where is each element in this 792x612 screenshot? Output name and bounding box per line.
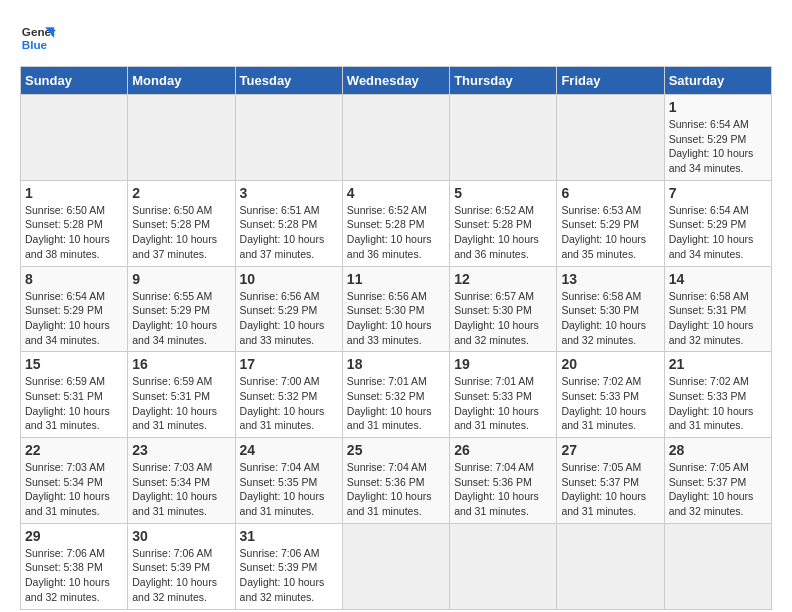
day-number: 2	[132, 185, 230, 201]
day-info: Sunrise: 7:06 AM Sunset: 5:39 PM Dayligh…	[132, 546, 230, 605]
logo-icon: General Blue	[20, 20, 56, 56]
day-cell: 2Sunrise: 6:50 AM Sunset: 5:28 PM Daylig…	[128, 180, 235, 266]
day-cell: 28Sunrise: 7:05 AM Sunset: 5:37 PM Dayli…	[664, 438, 771, 524]
day-number: 16	[132, 356, 230, 372]
day-info: Sunrise: 6:58 AM Sunset: 5:31 PM Dayligh…	[669, 289, 767, 348]
day-cell: 25Sunrise: 7:04 AM Sunset: 5:36 PM Dayli…	[342, 438, 449, 524]
day-cell: 6Sunrise: 6:53 AM Sunset: 5:29 PM Daylig…	[557, 180, 664, 266]
day-info: Sunrise: 6:56 AM Sunset: 5:29 PM Dayligh…	[240, 289, 338, 348]
day-cell: 15Sunrise: 6:59 AM Sunset: 5:31 PM Dayli…	[21, 352, 128, 438]
day-cell	[557, 95, 664, 181]
day-number: 24	[240, 442, 338, 458]
day-number: 11	[347, 271, 445, 287]
day-number: 29	[25, 528, 123, 544]
day-number: 19	[454, 356, 552, 372]
day-info: Sunrise: 6:52 AM Sunset: 5:28 PM Dayligh…	[454, 203, 552, 262]
day-number: 20	[561, 356, 659, 372]
day-cell: 19Sunrise: 7:01 AM Sunset: 5:33 PM Dayli…	[450, 352, 557, 438]
day-cell	[450, 95, 557, 181]
day-cell: 9Sunrise: 6:55 AM Sunset: 5:29 PM Daylig…	[128, 266, 235, 352]
day-number: 10	[240, 271, 338, 287]
day-cell: 29Sunrise: 7:06 AM Sunset: 5:38 PM Dayli…	[21, 523, 128, 609]
day-info: Sunrise: 6:54 AM Sunset: 5:29 PM Dayligh…	[669, 117, 767, 176]
day-number: 22	[25, 442, 123, 458]
day-cell: 20Sunrise: 7:02 AM Sunset: 5:33 PM Dayli…	[557, 352, 664, 438]
col-header-saturday: Saturday	[664, 67, 771, 95]
day-cell: 22Sunrise: 7:03 AM Sunset: 5:34 PM Dayli…	[21, 438, 128, 524]
logo: General Blue	[20, 20, 56, 56]
day-info: Sunrise: 6:50 AM Sunset: 5:28 PM Dayligh…	[25, 203, 123, 262]
day-info: Sunrise: 7:02 AM Sunset: 5:33 PM Dayligh…	[669, 374, 767, 433]
day-number: 17	[240, 356, 338, 372]
day-number: 28	[669, 442, 767, 458]
day-cell: 12Sunrise: 6:57 AM Sunset: 5:30 PM Dayli…	[450, 266, 557, 352]
day-cell: 10Sunrise: 6:56 AM Sunset: 5:29 PM Dayli…	[235, 266, 342, 352]
week-row-2: 1Sunrise: 6:50 AM Sunset: 5:28 PM Daylig…	[21, 180, 772, 266]
day-info: Sunrise: 7:01 AM Sunset: 5:32 PM Dayligh…	[347, 374, 445, 433]
day-info: Sunrise: 7:01 AM Sunset: 5:33 PM Dayligh…	[454, 374, 552, 433]
day-info: Sunrise: 7:05 AM Sunset: 5:37 PM Dayligh…	[669, 460, 767, 519]
day-cell	[21, 95, 128, 181]
day-number: 6	[561, 185, 659, 201]
day-cell	[664, 523, 771, 609]
day-cell: 27Sunrise: 7:05 AM Sunset: 5:37 PM Dayli…	[557, 438, 664, 524]
day-cell: 14Sunrise: 6:58 AM Sunset: 5:31 PM Dayli…	[664, 266, 771, 352]
col-header-wednesday: Wednesday	[342, 67, 449, 95]
day-number: 1	[25, 185, 123, 201]
day-info: Sunrise: 7:04 AM Sunset: 5:35 PM Dayligh…	[240, 460, 338, 519]
day-number: 12	[454, 271, 552, 287]
day-cell: 11Sunrise: 6:56 AM Sunset: 5:30 PM Dayli…	[342, 266, 449, 352]
day-cell: 23Sunrise: 7:03 AM Sunset: 5:34 PM Dayli…	[128, 438, 235, 524]
day-info: Sunrise: 7:02 AM Sunset: 5:33 PM Dayligh…	[561, 374, 659, 433]
day-info: Sunrise: 6:55 AM Sunset: 5:29 PM Dayligh…	[132, 289, 230, 348]
day-number: 13	[561, 271, 659, 287]
day-cell: 1Sunrise: 6:50 AM Sunset: 5:28 PM Daylig…	[21, 180, 128, 266]
day-number: 30	[132, 528, 230, 544]
day-number: 3	[240, 185, 338, 201]
day-number: 9	[132, 271, 230, 287]
week-row-6: 29Sunrise: 7:06 AM Sunset: 5:38 PM Dayli…	[21, 523, 772, 609]
day-number: 1	[669, 99, 767, 115]
col-header-tuesday: Tuesday	[235, 67, 342, 95]
day-info: Sunrise: 6:54 AM Sunset: 5:29 PM Dayligh…	[669, 203, 767, 262]
day-cell	[128, 95, 235, 181]
day-info: Sunrise: 6:57 AM Sunset: 5:30 PM Dayligh…	[454, 289, 552, 348]
day-number: 25	[347, 442, 445, 458]
calendar-table: SundayMondayTuesdayWednesdayThursdayFrid…	[20, 66, 772, 610]
day-info: Sunrise: 7:03 AM Sunset: 5:34 PM Dayligh…	[25, 460, 123, 519]
day-cell	[450, 523, 557, 609]
day-number: 18	[347, 356, 445, 372]
day-number: 21	[669, 356, 767, 372]
day-cell: 8Sunrise: 6:54 AM Sunset: 5:29 PM Daylig…	[21, 266, 128, 352]
day-cell: 1Sunrise: 6:54 AM Sunset: 5:29 PM Daylig…	[664, 95, 771, 181]
week-row-3: 8Sunrise: 6:54 AM Sunset: 5:29 PM Daylig…	[21, 266, 772, 352]
day-cell: 24Sunrise: 7:04 AM Sunset: 5:35 PM Dayli…	[235, 438, 342, 524]
col-header-friday: Friday	[557, 67, 664, 95]
day-number: 7	[669, 185, 767, 201]
day-cell: 31Sunrise: 7:06 AM Sunset: 5:39 PM Dayli…	[235, 523, 342, 609]
day-info: Sunrise: 7:04 AM Sunset: 5:36 PM Dayligh…	[454, 460, 552, 519]
col-header-sunday: Sunday	[21, 67, 128, 95]
week-row-4: 15Sunrise: 6:59 AM Sunset: 5:31 PM Dayli…	[21, 352, 772, 438]
day-info: Sunrise: 7:03 AM Sunset: 5:34 PM Dayligh…	[132, 460, 230, 519]
day-info: Sunrise: 7:05 AM Sunset: 5:37 PM Dayligh…	[561, 460, 659, 519]
day-number: 14	[669, 271, 767, 287]
day-cell: 30Sunrise: 7:06 AM Sunset: 5:39 PM Dayli…	[128, 523, 235, 609]
svg-text:Blue: Blue	[22, 38, 48, 51]
day-info: Sunrise: 6:50 AM Sunset: 5:28 PM Dayligh…	[132, 203, 230, 262]
day-number: 27	[561, 442, 659, 458]
day-number: 15	[25, 356, 123, 372]
day-cell: 13Sunrise: 6:58 AM Sunset: 5:30 PM Dayli…	[557, 266, 664, 352]
day-cell: 4Sunrise: 6:52 AM Sunset: 5:28 PM Daylig…	[342, 180, 449, 266]
day-info: Sunrise: 6:51 AM Sunset: 5:28 PM Dayligh…	[240, 203, 338, 262]
day-info: Sunrise: 6:58 AM Sunset: 5:30 PM Dayligh…	[561, 289, 659, 348]
week-row-1: 1Sunrise: 6:54 AM Sunset: 5:29 PM Daylig…	[21, 95, 772, 181]
day-info: Sunrise: 7:06 AM Sunset: 5:38 PM Dayligh…	[25, 546, 123, 605]
day-info: Sunrise: 6:54 AM Sunset: 5:29 PM Dayligh…	[25, 289, 123, 348]
day-number: 4	[347, 185, 445, 201]
day-cell: 16Sunrise: 6:59 AM Sunset: 5:31 PM Dayli…	[128, 352, 235, 438]
day-info: Sunrise: 7:00 AM Sunset: 5:32 PM Dayligh…	[240, 374, 338, 433]
page-header: General Blue	[20, 20, 772, 56]
day-cell: 17Sunrise: 7:00 AM Sunset: 5:32 PM Dayli…	[235, 352, 342, 438]
day-info: Sunrise: 7:04 AM Sunset: 5:36 PM Dayligh…	[347, 460, 445, 519]
